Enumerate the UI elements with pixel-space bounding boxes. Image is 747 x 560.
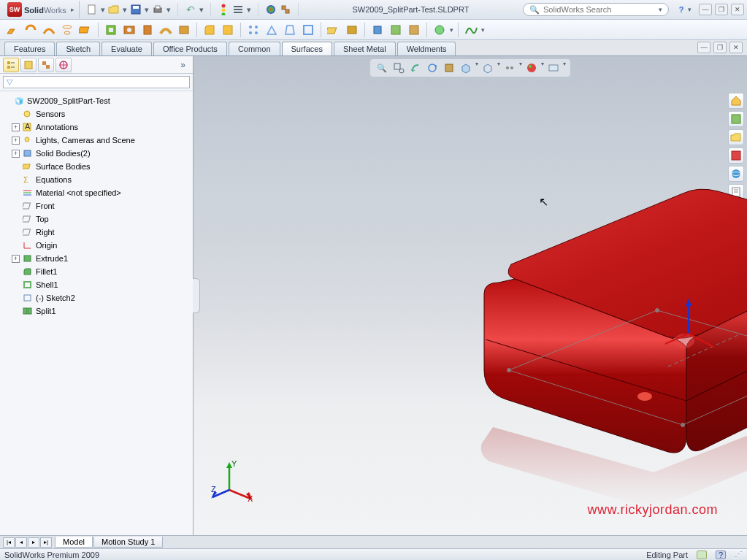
tree-shell1[interactable]: Shell1 [1, 278, 191, 291]
appearance-ball-icon[interactable] [264, 3, 277, 16]
tree-material[interactable]: Material <not specified> [1, 186, 191, 199]
tab-next-icon[interactable]: ▸ [28, 537, 39, 548]
panel-expand-icon[interactable]: » [176, 60, 190, 70]
property-manager-tab[interactable] [20, 58, 37, 72]
dropdown-icon[interactable]: ▾ [246, 3, 252, 16]
tab-office-products[interactable]: Office Products [153, 42, 227, 55]
feature-tree-tab[interactable] [3, 58, 19, 72]
apply-scene-icon[interactable] [546, 61, 561, 75]
feature-shell-icon[interactable] [300, 22, 316, 38]
mdi-minimize-button[interactable]: — [697, 42, 710, 53]
mdi-restore-button[interactable]: ❐ [713, 42, 727, 53]
feature-pattern-icon[interactable] [245, 22, 261, 38]
section-view-icon[interactable] [442, 61, 456, 75]
status-resize-grip-icon[interactable]: ⋰ [735, 550, 743, 559]
design-library-icon[interactable] [728, 111, 744, 127]
dropdown-icon[interactable]: ▾ [563, 61, 566, 75]
tab-features[interactable]: Features [4, 42, 55, 55]
feature-loft-icon[interactable] [59, 22, 75, 38]
feature-cut-sweep-icon[interactable] [158, 22, 174, 38]
tree-fillet1[interactable]: Fillet1 [1, 265, 191, 278]
print-icon[interactable] [151, 3, 164, 16]
tab-common[interactable]: Common [229, 42, 280, 55]
dropdown-icon[interactable]: ▾ [122, 3, 128, 16]
logo-dropdown-icon[interactable]: ▸ [71, 6, 74, 13]
help-icon[interactable]: ? [675, 3, 688, 16]
search-dropdown-icon[interactable]: ▾ [659, 6, 662, 13]
tree-top-plane[interactable]: Top [1, 212, 191, 226]
feature-fillet-icon[interactable] [202, 22, 218, 38]
feature-rib-icon[interactable] [264, 22, 280, 38]
tree-equations[interactable]: ΣEquations [1, 173, 191, 186]
options-icon[interactable] [231, 3, 245, 16]
dropdown-icon[interactable]: ▾ [144, 3, 150, 16]
tab-sheet-metal[interactable]: Sheet Metal [334, 42, 396, 55]
tab-last-icon[interactable]: ▸| [40, 537, 52, 548]
rotate-view-icon[interactable] [425, 61, 440, 75]
tab-sketch[interactable]: Sketch [56, 42, 100, 55]
feature-extrude-icon[interactable] [4, 22, 20, 38]
dropdown-icon[interactable]: ▾ [475, 61, 478, 75]
tree-solid-bodies[interactable]: +Solid Bodies(2) [1, 147, 191, 160]
hide-show-icon[interactable] [502, 61, 517, 75]
expander-icon[interactable]: + [12, 255, 20, 263]
tree-lights[interactable]: +Lights, Cameras and Scene [1, 134, 191, 147]
view-triad[interactable]: Y X Z [211, 459, 255, 503]
feature-chamfer-icon[interactable] [220, 22, 236, 38]
zoom-fit-icon[interactable]: 🔍 [375, 61, 389, 75]
feature-hole-icon[interactable] [121, 22, 137, 38]
app-logo[interactable]: SW SolidWorks ▸ [3, 1, 80, 18]
dimxpert-tab[interactable] [55, 58, 72, 72]
view-orientation-icon[interactable] [459, 61, 473, 75]
3d-viewport[interactable]: 🔍 ▾ ▾ ▾ ▾ ▾ [194, 56, 747, 535]
dropdown-icon[interactable]: ▾ [519, 61, 522, 75]
search-input[interactable] [543, 5, 655, 14]
tree-surface-bodies[interactable]: Surface Bodies [1, 160, 191, 173]
tab-first-icon[interactable]: |◂ [3, 537, 15, 548]
undo-icon[interactable]: ↶ [184, 3, 197, 16]
dropdown-icon[interactable]: ▾ [199, 3, 204, 16]
search-box[interactable]: 🔍 ▾ [523, 3, 669, 16]
tree-root[interactable]: 🧊SW2009_SplitPart-Test [1, 94, 191, 107]
configuration-manager-tab[interactable] [38, 58, 54, 72]
tab-weldments[interactable]: Weldments [397, 42, 456, 55]
expander-icon[interactable]: + [12, 123, 20, 131]
tree-right-plane[interactable]: Right [1, 226, 191, 239]
feature-cut-revolve-icon[interactable] [139, 22, 156, 38]
feature-revolve-icon[interactable] [23, 22, 39, 38]
feature-boundary-icon[interactable] [77, 22, 93, 38]
3d-model[interactable] [413, 129, 747, 509]
curves-icon[interactable] [463, 22, 479, 38]
tab-evaluate[interactable]: Evaluate [101, 42, 152, 55]
toolbar-icon-b[interactable] [406, 22, 422, 38]
feature-tree[interactable]: 🧊SW2009_SplitPart-Test Sensors +AAnnotat… [0, 91, 193, 535]
tab-prev-icon[interactable]: ◂ [15, 537, 27, 548]
traffic-light-icon[interactable] [217, 3, 230, 16]
tree-annotations[interactable]: +AAnnotations [1, 120, 191, 134]
close-button[interactable]: ✕ [731, 4, 744, 15]
tree-sketch2[interactable]: (-) Sketch2 [1, 291, 191, 304]
tree-split1[interactable]: Split1 [1, 304, 191, 318]
tree-extrude1[interactable]: +Extrude1 [1, 252, 191, 265]
tree-origin[interactable]: Origin [1, 239, 191, 252]
feature-sweep-icon[interactable] [41, 22, 57, 38]
tree-sensors[interactable]: Sensors [1, 107, 191, 120]
feature-cut-loft-icon[interactable] [176, 22, 192, 38]
dropdown-icon[interactable]: ▾ [166, 3, 172, 16]
previous-view-icon[interactable] [408, 61, 423, 75]
minimize-button[interactable]: — [699, 4, 712, 15]
ref-curve-icon[interactable] [344, 22, 360, 38]
status-rebuild-icon[interactable] [697, 551, 707, 559]
expander-icon[interactable]: + [12, 150, 20, 158]
display-style-icon[interactable] [480, 61, 495, 75]
save-icon[interactable] [129, 3, 142, 16]
tab-surfaces[interactable]: Surfaces [282, 42, 332, 55]
expander-icon[interactable]: + [12, 137, 20, 145]
tree-front-plane[interactable]: Front [1, 199, 191, 212]
mdi-close-button[interactable]: ✕ [729, 42, 743, 53]
dropdown-icon[interactable]: ▾ [497, 61, 500, 75]
help-dropdown-icon[interactable]: ▾ [688, 6, 692, 13]
dropdown-icon[interactable]: ▾ [450, 26, 453, 34]
ref-geom-icon[interactable] [326, 22, 342, 38]
restore-button[interactable]: ❐ [715, 4, 728, 15]
